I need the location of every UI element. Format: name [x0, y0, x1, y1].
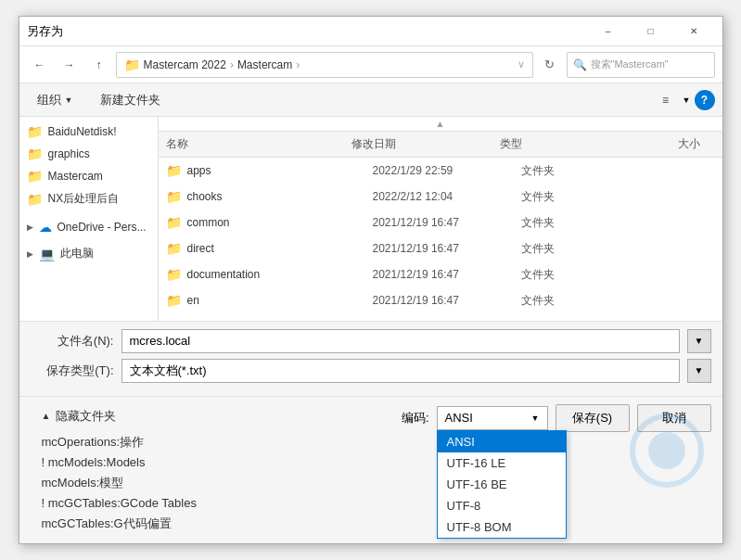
address-path[interactable]: 📁 Mastercam 2022 › Mastercam › ∨ [116, 52, 533, 78]
logo-inner [648, 432, 685, 469]
forward-button[interactable]: → [57, 52, 83, 78]
encoding-selected-value: ANSI [445, 411, 473, 425]
watermark-logo [630, 414, 704, 488]
table-row[interactable]: 📁 chooks 2022/2/12 12:04 文件夹 [159, 184, 722, 210]
encoding-popup: ANSI UTF-16 LE UTF-16 BE UTF-8 UTF-8 BOM [437, 430, 567, 539]
table-row[interactable]: 📁 apps 2022/1/29 22:59 文件夹 [159, 158, 722, 184]
chevron-right-icon: ▶ [27, 223, 33, 232]
col-size-label: 大小 [678, 137, 700, 150]
sidebar-label: OneDrive - Pers... [57, 221, 147, 234]
save-button[interactable]: 保存(S) [556, 404, 630, 432]
view-button[interactable]: ≡ [653, 87, 679, 113]
file-list: ▲ 名称 修改日期 类型 大小 📁 apps 2022/ [159, 117, 722, 321]
minimize-button[interactable]: – [587, 17, 630, 46]
folder-icon: 📁 [166, 163, 182, 178]
col-type-header[interactable]: 类型 [500, 136, 593, 152]
search-box[interactable]: 🔍 搜索"Mastercam" [567, 52, 715, 78]
folder-icon: 📁 [166, 293, 182, 308]
logo-circle [630, 414, 704, 488]
encoding-option-utf8[interactable]: UTF-8 [438, 495, 566, 516]
encoding-option-utf8bom[interactable]: UTF-8 BOM [438, 516, 566, 538]
hidden-folder-section: ▲ 隐藏文件夹 mcOperations:操作 ! mcModels:Model… [31, 402, 394, 538]
col-size-header[interactable]: 大小 [593, 136, 715, 152]
sidebar-item-baidu[interactable]: 📁 BaiduNetdisk! [19, 121, 158, 143]
col-name-header[interactable]: 名称 [166, 136, 351, 152]
sidebar-item-graphics[interactable]: 📁 graphics [19, 143, 158, 165]
encoding-select[interactable]: ANSI ▼ [437, 406, 548, 430]
file-type: 文件夹 [521, 293, 614, 309]
file-list-header: 名称 修改日期 类型 大小 [159, 132, 722, 158]
toolbar-dropdown-arrow[interactable]: ▼ [683, 95, 691, 105]
back-button[interactable]: ← [27, 52, 53, 78]
text-line-1: mcOperations:操作 [42, 432, 383, 452]
refresh-button[interactable]: ↻ [537, 52, 563, 78]
file-name: apps [187, 164, 373, 177]
table-row[interactable]: 📁 common 2021/12/19 16:47 文件夹 [159, 210, 722, 235]
text-line-2: ! mcModels:Models [42, 452, 383, 473]
folder-icon: 📁 [124, 57, 140, 72]
new-folder-button[interactable]: 新建文件夹 [90, 87, 171, 113]
file-type: 文件夹 [521, 241, 614, 257]
titlebar-controls: – □ ✕ [587, 17, 715, 46]
col-date-header[interactable]: 修改日期 [351, 136, 500, 152]
file-date: 2022/1/29 22:59 [373, 164, 521, 177]
col-date-label: 修改日期 [351, 137, 396, 150]
filetype-row: 保存类型(T): ▼ [31, 359, 711, 383]
path-dropdown-arrow[interactable]: ∨ [517, 58, 525, 70]
sort-arrow-icon: ▲ [436, 119, 445, 129]
path-separator: › [230, 58, 234, 71]
filename-input[interactable] [121, 329, 680, 353]
file-type: 文件夹 [521, 189, 614, 205]
filetype-dropdown-arrow[interactable]: ▼ [687, 359, 711, 383]
folder-icon: 📁 [27, 124, 43, 139]
table-row[interactable]: 📁 direct 2021/12/19 16:47 文件夹 [159, 235, 722, 261]
main-content: 📁 BaiduNetdisk! 📁 graphics 📁 Mastercam 📁… [19, 117, 722, 321]
filename-dropdown-arrow[interactable]: ▼ [687, 329, 711, 353]
sidebar-item-onedrive[interactable]: ▶ ☁ OneDrive - Pers... [19, 216, 158, 238]
organize-button[interactable]: 组织 ▼ [27, 87, 83, 113]
filename-row: 文件名(N): ▼ [31, 329, 711, 353]
table-row[interactable]: 📁 documentation 2021/12/19 16:47 文件夹 [159, 261, 722, 287]
table-row[interactable]: 📁 en 2021/12/19 16:47 文件夹 [159, 287, 722, 313]
folder-icon: 📁 [166, 241, 182, 256]
text-line-4: ! mcGCTables:GCode Tables [42, 493, 383, 514]
sidebar-item-pc[interactable]: ▶ 💻 此电脑 [19, 242, 158, 265]
sidebar-item-nx[interactable]: 📁 NX后处理后自 [19, 187, 158, 210]
file-type: 文件夹 [521, 163, 614, 179]
bottom-area: 文件名(N): ▼ 保存类型(T): ▼ [19, 321, 722, 396]
pc-icon: 💻 [39, 247, 55, 261]
folder-icon: 📁 [27, 169, 43, 184]
help-button[interactable]: ? [695, 90, 715, 110]
file-name: documentation [187, 268, 373, 281]
filetype-input[interactable] [121, 359, 680, 383]
organize-dropdown-icon: ▼ [65, 95, 73, 105]
text-content: mcOperations:操作 ! mcModels:Models mcMode… [31, 428, 394, 538]
chevron-right-icon: ▶ [27, 249, 33, 259]
encoding-option-utf16le[interactable]: UTF-16 LE [438, 452, 566, 474]
sidebar-label: 此电脑 [60, 246, 94, 261]
sidebar-item-mastercam[interactable]: 📁 Mastercam [19, 165, 158, 187]
encoding-option-utf16be[interactable]: UTF-16 BE [438, 474, 566, 495]
file-type: 文件夹 [521, 267, 614, 283]
encoding-option-ansi[interactable]: ANSI [438, 431, 566, 452]
chevron-up-icon: ▲ [42, 411, 51, 421]
encoding-dropdown-wrapper: ANSI ▼ ANSI UTF-16 LE UTF-16 BE UTF-8 UT… [437, 406, 548, 430]
sidebar-label: Mastercam [48, 170, 103, 183]
folder-icon: 📁 [27, 192, 43, 207]
encoding-label: 编码: [402, 410, 429, 426]
close-button[interactable]: ✕ [672, 17, 715, 46]
toolbar-right: ≡ ▼ ? [653, 87, 715, 113]
file-name: common [187, 216, 373, 229]
folder-icon: 📁 [166, 267, 182, 282]
path-part-2: Mastercam [237, 58, 292, 71]
file-name: chooks [187, 190, 373, 203]
maximize-button[interactable]: □ [630, 17, 672, 46]
toolbar: 组织 ▼ 新建文件夹 ≡ ▼ ? [19, 83, 722, 117]
organize-label: 组织 [37, 92, 61, 108]
encoding-dropdown-chevron: ▼ [531, 414, 540, 423]
folder-icon: 📁 [166, 215, 182, 230]
file-date: 2021/12/19 16:47 [373, 268, 521, 281]
up-button[interactable]: ↑ [86, 52, 112, 78]
new-folder-label: 新建文件夹 [100, 92, 160, 108]
file-name: direct [187, 242, 373, 255]
